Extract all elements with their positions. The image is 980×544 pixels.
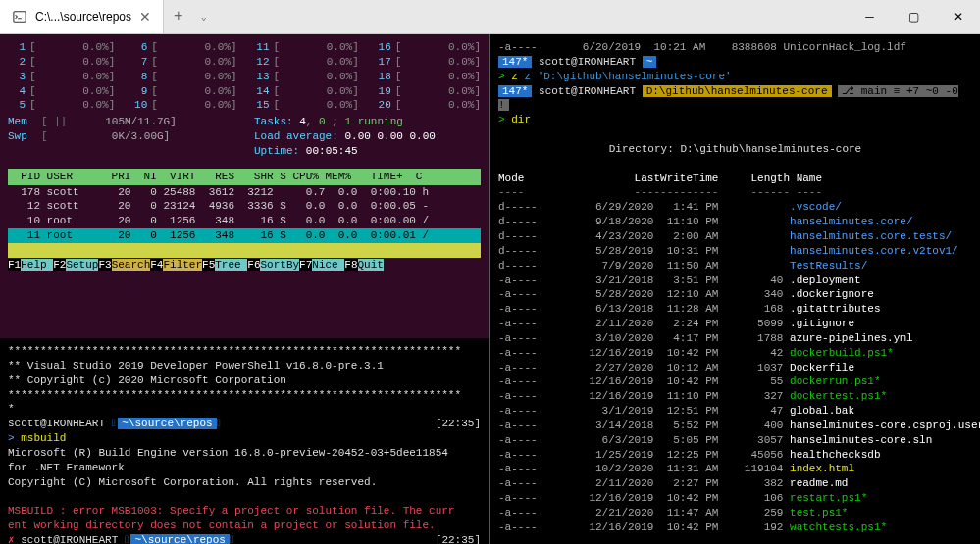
error-message: MSBUILD : error MSB1003: Specify a proje… bbox=[8, 504, 481, 519]
close-window-button[interactable]: ✕ bbox=[936, 0, 980, 33]
dir-row: -a---- 2/27/2020 10:12 AM 1037 Dockerfil… bbox=[498, 361, 972, 375]
proc-row-selected[interactable]: 11 root 20 0 1256 348 16 S 0.0 0.0 0:00.… bbox=[8, 228, 481, 243]
tab-title: C:\...\source\repos bbox=[35, 10, 131, 24]
proc-row[interactable]: 10 root 20 0 1256 348 16 S 0.0 0.0 0:00.… bbox=[8, 214, 481, 228]
fn-key-bar: F1Help F2SetupF3SearchF4FilterF5Tree F6S… bbox=[8, 258, 481, 272]
cpu-meter: 4[0.0%] bbox=[8, 84, 115, 99]
cpu-meter: 8[0.0%] bbox=[129, 70, 236, 84]
dir-row: -a---- 1/25/2019 12:25 PM 45056 healthch… bbox=[498, 448, 972, 463]
cpu-meter: 9[0.0%] bbox=[129, 84, 236, 99]
command-input: msbuild bbox=[21, 432, 66, 444]
terminal-icon bbox=[12, 9, 27, 25]
dir-row: d----- 6/29/2020 1:41 PM .vscode/ bbox=[498, 200, 972, 215]
cpu-meter: 20[0.0%] bbox=[374, 98, 481, 113]
dir-row: -a---- 10/2/2020 11:31 AM 119104 index.h… bbox=[498, 462, 972, 476]
tab-dropdown-icon[interactable]: ⌄ bbox=[193, 11, 215, 23]
dir-row: -a---- 3/21/2018 3:51 PM 40 .deployment bbox=[498, 273, 972, 288]
dir-row: -a---- 6/3/2019 5:05 PM 3057 hanselminut… bbox=[498, 433, 972, 448]
minimize-button[interactable]: ─ bbox=[848, 0, 892, 33]
dir-row: d----- 7/9/2020 11:50 AM TestResults/ bbox=[498, 259, 972, 273]
htop-pane[interactable]: 1[0.0%]6[0.0%]11[0.0%]16[0.0%]2[0.0%]7[0… bbox=[0, 34, 489, 338]
title-bar: C:\...\source\repos ✕ + ⌄ ─ ▢ ✕ bbox=[0, 0, 980, 34]
cpu-meter: 19[0.0%] bbox=[374, 84, 481, 99]
cpu-meter: 3[0.0%] bbox=[8, 70, 115, 84]
cpu-meter: 14[0.0%] bbox=[252, 84, 359, 99]
dir-row: -a---- 12/16/2019 11:10 PM 327 dockertes… bbox=[498, 389, 972, 404]
cpu-meter: 18[0.0%] bbox=[374, 70, 481, 84]
cpu-meter: 15[0.0%] bbox=[252, 98, 359, 113]
cpu-meter: 13[0.0%] bbox=[252, 70, 359, 84]
maximize-button[interactable]: ▢ bbox=[892, 0, 936, 33]
cpu-meter: 6[0.0%] bbox=[129, 40, 236, 55]
dir-row: -a---- 2/11/2020 2:27 PM 382 readme.md bbox=[498, 476, 972, 491]
cpu-meter: 17[0.0%] bbox=[374, 55, 481, 70]
mem-label: Mem bbox=[8, 115, 35, 129]
dir-row: -a---- 12/16/2019 10:42 PM 42 dockerbuil… bbox=[498, 346, 972, 361]
proc-header: PID USER PRI NI VIRT RES SHR S CPU% MEM%… bbox=[8, 169, 481, 185]
powershell-pane[interactable]: ****************************************… bbox=[0, 338, 489, 544]
dir-row: d----- 4/23/2020 2:00 AM hanselminutes.c… bbox=[498, 229, 972, 244]
proc-row[interactable]: 12 scott 20 0 23124 4936 3336 S 0.0 0.0 … bbox=[8, 199, 481, 214]
dir-row: -a---- 12/16/2019 10:42 PM 192 watchtest… bbox=[498, 520, 972, 535]
dir-columns: Mode LastWriteTime Length Name bbox=[498, 172, 972, 186]
cpu-meter: 12[0.0%] bbox=[252, 55, 359, 70]
dir-command: dir bbox=[511, 114, 531, 125]
cpu-meter: 16[0.0%] bbox=[374, 40, 481, 55]
cpu-meter: 2[0.0%] bbox=[8, 55, 115, 70]
dir-row: -a---- 5/28/2020 12:10 AM 340 .dockerign… bbox=[498, 287, 972, 302]
cpu-meter: 1[0.0%] bbox=[8, 40, 115, 55]
swp-label: Swp bbox=[8, 129, 35, 144]
dir-row: -a---- 12/16/2019 10:42 PM 55 dockerrun.… bbox=[498, 374, 972, 389]
fn-key[interactable]: F8 bbox=[344, 259, 357, 271]
add-tab-button[interactable]: + bbox=[164, 8, 193, 25]
fn-key[interactable]: F2 bbox=[53, 259, 66, 271]
cpu-meter: 7[0.0%] bbox=[129, 55, 236, 70]
proc-row[interactable]: 178 scott 20 0 25488 3612 3212 0.7 0.0 0… bbox=[8, 185, 481, 200]
dir-row: -a---- 12/16/2019 10:42 PM 106 restart.p… bbox=[498, 491, 972, 506]
cpu-meter: 5[0.0%] bbox=[8, 98, 115, 113]
dir-row: -a---- 2/21/2020 11:47 AM 259 test.ps1* bbox=[498, 506, 972, 520]
dir-row: -a---- 2/11/2020 2:24 PM 5099 .gitignore bbox=[498, 317, 972, 331]
dir-row: -a---- 3/1/2019 12:51 PM 47 global.bak bbox=[498, 404, 972, 419]
dir-row: d----- 9/18/2020 11:10 PM hanselminutes.… bbox=[498, 215, 972, 229]
fn-key[interactable]: F7 bbox=[299, 259, 312, 271]
cpu-meter: 10[0.0%] bbox=[129, 98, 236, 113]
cpu-meter: 11[0.0%] bbox=[252, 40, 359, 55]
dir-row: -a---- 3/14/2018 5:52 PM 400 hanselminut… bbox=[498, 419, 972, 433]
fn-key[interactable]: F6 bbox=[247, 259, 260, 271]
tab-active[interactable]: C:\...\source\repos ✕ bbox=[0, 0, 164, 33]
fn-key[interactable]: F3 bbox=[98, 259, 111, 271]
split-panes: 1[0.0%]6[0.0%]11[0.0%]16[0.0%]2[0.0%]7[0… bbox=[0, 34, 980, 544]
svg-rect-0 bbox=[14, 12, 26, 23]
fn-key[interactable]: F4 bbox=[150, 259, 163, 271]
fn-key[interactable]: F5 bbox=[202, 259, 215, 271]
dir-row: -a---- 3/10/2020 4:17 PM 1788 azure-pipe… bbox=[498, 331, 972, 346]
right-pane[interactable]: -a---- 6/20/2019 10:21 AM 8388608 Unicor… bbox=[490, 34, 980, 544]
dir-row: d----- 5/28/2019 10:31 PM hanselminutes.… bbox=[498, 244, 972, 259]
fn-key[interactable]: F1 bbox=[8, 259, 21, 271]
proc-row-hl2 bbox=[8, 243, 481, 258]
dir-row: -a---- 6/13/2018 11:28 AM 168 .gitattrib… bbox=[498, 302, 972, 317]
tab-close-icon[interactable]: ✕ bbox=[139, 9, 151, 25]
